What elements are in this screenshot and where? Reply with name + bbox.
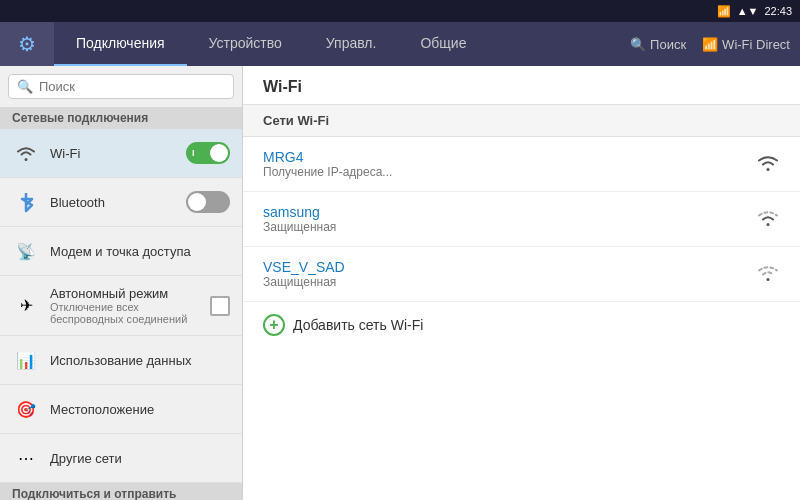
- other-networks-label: Другие сети: [50, 451, 230, 466]
- samsung-name: samsung: [263, 204, 756, 220]
- location-label: Местоположение: [50, 402, 230, 417]
- vse-v-sad-status: Защищенная: [263, 275, 756, 289]
- tab-connections[interactable]: Подключения: [54, 22, 187, 66]
- sidebar-item-other-networks[interactable]: ⋯ Другие сети: [0, 434, 242, 483]
- vse-v-sad-info: VSE_V_SAD Защищенная: [263, 259, 756, 289]
- main-layout: 🔍 Сетевые подключения Wi-Fi I: [0, 66, 800, 500]
- search-sidebar-icon: 🔍: [17, 79, 33, 94]
- sidebar-item-bluetooth[interactable]: Bluetooth: [0, 178, 242, 227]
- sidebar-item-location[interactable]: 🎯 Местоположение: [0, 385, 242, 434]
- bluetooth-toggle[interactable]: [186, 191, 230, 213]
- mrg4-status: Получение IP-адреса...: [263, 165, 756, 179]
- status-network-icon: ▲▼: [737, 5, 759, 17]
- data-usage-label: Использование данных: [50, 353, 230, 368]
- settings-icon: ⚙: [0, 22, 54, 66]
- samsung-signal-icon: [756, 207, 780, 232]
- search-input[interactable]: [39, 79, 225, 94]
- content-area: Wi-Fi Сети Wi-Fi MRG4 Получение IP-адрес…: [243, 66, 800, 500]
- toggle-on-label: I: [192, 148, 195, 158]
- bluetooth-label: Bluetooth: [50, 195, 176, 210]
- samsung-info: samsung Защищенная: [263, 204, 756, 234]
- vse-v-sad-signal-icon: [756, 262, 780, 287]
- tab-general[interactable]: Общие: [398, 22, 488, 66]
- data-usage-icon: 📊: [12, 346, 40, 374]
- airplane-icon: ✈: [12, 292, 40, 320]
- search-icon: 🔍: [630, 37, 646, 52]
- wifi-network-vse-v-sad[interactable]: VSE_V_SAD Защищенная: [243, 247, 800, 302]
- sidebar-item-hotspot[interactable]: 📡 Модем и точка доступа: [0, 227, 242, 276]
- nav-tabs: Подключения Устройство Управл. Общие: [54, 22, 630, 66]
- toggle-thumb: [210, 144, 228, 162]
- nav-actions: 🔍 Поиск 📶 Wi-Fi Direct: [630, 37, 800, 52]
- tab-device[interactable]: Устройство: [187, 22, 304, 66]
- hotspot-label: Модем и точка доступа: [50, 244, 230, 259]
- samsung-status: Защищенная: [263, 220, 756, 234]
- tab-control[interactable]: Управл.: [304, 22, 399, 66]
- bluetooth-icon: [12, 188, 40, 216]
- search-action[interactable]: 🔍 Поиск: [630, 37, 686, 52]
- bluetooth-toggle-thumb: [188, 193, 206, 211]
- status-signal-icon: 📶: [717, 5, 731, 18]
- sidebar: 🔍 Сетевые подключения Wi-Fi I: [0, 66, 243, 500]
- airplane-checkbox[interactable]: [210, 296, 230, 316]
- location-icon: 🎯: [12, 395, 40, 423]
- mrg4-info: MRG4 Получение IP-адреса...: [263, 149, 756, 179]
- sidebar-item-airplane[interactable]: ✈ Автономный режим Отключение всех беспр…: [0, 276, 242, 336]
- vse-v-sad-name: VSE_V_SAD: [263, 259, 756, 275]
- status-time: 22:43: [764, 5, 792, 17]
- search-box[interactable]: 🔍: [8, 74, 234, 99]
- hotspot-icon: 📡: [12, 237, 40, 265]
- wifi-sidebar-icon: [12, 139, 40, 167]
- wifi-network-mrg4[interactable]: MRG4 Получение IP-адреса...: [243, 137, 800, 192]
- section-header-network: Сетевые подключения: [0, 107, 242, 129]
- add-network-button[interactable]: + Добавить сеть Wi-Fi: [243, 302, 800, 348]
- wifi-direct-action[interactable]: 📶 Wi-Fi Direct: [702, 37, 790, 52]
- networks-label: Сети Wi-Fi: [243, 105, 800, 137]
- wifi-sidebar-label: Wi-Fi: [50, 146, 176, 161]
- top-nav: ⚙ Подключения Устройство Управл. Общие 🔍…: [0, 22, 800, 66]
- wifi-network-samsung[interactable]: samsung Защищенная: [243, 192, 800, 247]
- sidebar-item-wifi[interactable]: Wi-Fi I: [0, 129, 242, 178]
- airplane-label: Автономный режим Отключение всех беспров…: [50, 286, 200, 325]
- mrg4-name: MRG4: [263, 149, 756, 165]
- content-title: Wi-Fi: [243, 66, 800, 105]
- section-header-connect-share: Подключиться и отправить: [0, 483, 242, 500]
- add-network-label: Добавить сеть Wi-Fi: [293, 317, 423, 333]
- other-networks-icon: ⋯: [12, 444, 40, 472]
- wifi-direct-icon: 📶: [702, 37, 718, 52]
- mrg4-signal-icon: [756, 152, 780, 177]
- wifi-toggle[interactable]: I: [186, 142, 230, 164]
- status-bar: 📶 ▲▼ 22:43: [0, 0, 800, 22]
- add-network-icon: +: [263, 314, 285, 336]
- sidebar-item-data-usage[interactable]: 📊 Использование данных: [0, 336, 242, 385]
